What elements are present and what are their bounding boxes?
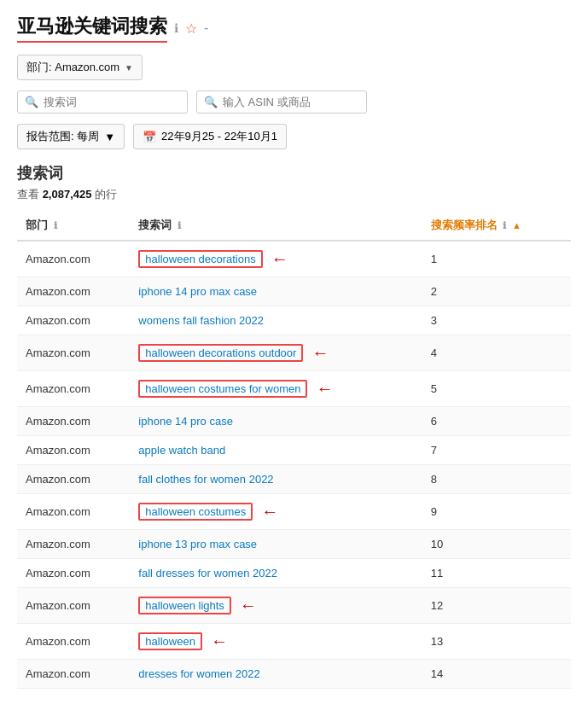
dept-cell: Amazon.com	[17, 624, 130, 660]
search-term-info-icon[interactable]: ℹ	[178, 220, 181, 230]
search-term-link[interactable]: iphone 13 pro max case	[138, 538, 257, 550]
date-range-button[interactable]: 📅 22年9月25 - 22年10月1	[133, 124, 287, 149]
dept-cell: Amazon.com	[17, 277, 130, 306]
search-term-link[interactable]: halloween decorations	[138, 250, 262, 268]
search-term-link[interactable]: halloween costumes	[138, 503, 253, 521]
asin-input[interactable]	[223, 96, 359, 108]
search-term-link[interactable]: halloween	[138, 632, 202, 650]
dept-cell: Amazon.com	[17, 241, 130, 277]
row-count: 查看 2,087,425 的行	[17, 187, 571, 202]
col-search-term: 搜索词 ℹ	[130, 211, 422, 241]
keyword-search-field[interactable]: 🔍	[17, 90, 188, 114]
search-term-cell: fall dresses for women 2022	[130, 559, 422, 588]
rank-cell: 4	[422, 335, 571, 371]
dept-cell: Amazon.com	[17, 660, 130, 689]
rank-cell: 12	[422, 588, 571, 624]
highlight-arrow-icon: ←	[240, 596, 257, 615]
highlight-arrow-icon: ←	[271, 249, 288, 269]
rank-info-icon[interactable]: ℹ	[503, 220, 506, 230]
calendar-icon: 📅	[143, 131, 156, 143]
table-row: Amazon.comhalloween costumes for women←5	[17, 371, 571, 407]
rank-cell: 1	[422, 241, 571, 277]
table-row: Amazon.comapple watch band7	[17, 436, 571, 465]
search-term-link[interactable]: iphone 14 pro case	[138, 415, 233, 428]
rank-cell: 5	[422, 371, 571, 407]
table-row: Amazon.comfall dresses for women 202211	[17, 559, 571, 588]
keyword-input[interactable]	[44, 96, 180, 108]
dept-info-icon[interactable]: ℹ	[54, 220, 57, 230]
row-count-value: 2,087,425	[43, 188, 92, 201]
search-term-cell: womens fall fashion 2022	[130, 306, 422, 335]
col-rank[interactable]: 搜索频率排名 ℹ ▲	[422, 211, 571, 241]
rank-cell: 9	[422, 494, 571, 530]
search-term-cell: halloween←	[130, 624, 422, 660]
row-count-suffix: 的行	[91, 188, 117, 201]
report-range-button[interactable]: 报告范围: 每周 ▼	[17, 124, 125, 149]
search-term-cell: halloween lights←	[130, 588, 422, 624]
rank-cell: 10	[422, 530, 571, 559]
rank-cell: 14	[422, 660, 571, 689]
col-dept: 部门 ℹ	[17, 211, 130, 241]
title-star-icon[interactable]: ☆	[185, 20, 197, 37]
highlight-arrow-icon: ←	[316, 379, 333, 399]
dept-cell: Amazon.com	[17, 407, 130, 436]
rank-cell: 7	[422, 436, 571, 465]
dept-cell: Amazon.com	[17, 465, 130, 494]
rank-cell: 11	[422, 559, 571, 588]
dept-cell: Amazon.com	[17, 588, 130, 624]
table-row: Amazon.comhalloween decorations←1	[17, 241, 571, 277]
filter-row: 报告范围: 每周 ▼ 📅 22年9月25 - 22年10月1	[17, 124, 571, 149]
search-icon: 🔍	[25, 96, 38, 108]
search-term-cell: iphone 14 pro case	[130, 407, 422, 436]
search-term-link[interactable]: apple watch band	[138, 444, 225, 457]
search-term-link[interactable]: dresses for women 2022	[138, 667, 259, 680]
table-row: Amazon.comiphone 14 pro max case2	[17, 277, 571, 306]
search-term-link[interactable]: halloween decorations outdoor	[138, 344, 303, 362]
table-row: Amazon.comiphone 13 pro max case10	[17, 530, 571, 559]
asin-search-icon: 🔍	[204, 96, 218, 108]
search-term-link[interactable]: iphone 14 pro max case	[138, 285, 257, 298]
report-range-chevron-icon: ▼	[104, 131, 115, 143]
search-term-link[interactable]: fall dresses for women 2022	[138, 567, 277, 579]
search-term-link[interactable]: halloween lights	[138, 597, 231, 614]
search-term-link[interactable]: halloween costumes for women	[138, 380, 307, 398]
title-row: 亚马逊关键词搜索 ℹ ☆ -	[17, 14, 571, 43]
page-container: 亚马逊关键词搜索 ℹ ☆ - 部门: Amazon.com ▼ 🔍 🔍 报告范围…	[0, 0, 588, 702]
search-table: 部门 ℹ 搜索词 ℹ 搜索频率排名 ℹ ▲ Amazon.comhallowee…	[17, 211, 571, 689]
title-info-icon[interactable]: ℹ	[174, 21, 178, 35]
dept-cell: Amazon.com	[17, 371, 130, 407]
rank-cell: 13	[422, 624, 571, 660]
title-dash: -	[204, 20, 208, 36]
section-title: 搜索词	[17, 163, 571, 183]
rank-cell: 2	[422, 277, 571, 306]
asin-search-field[interactable]: 🔍	[196, 90, 367, 114]
chevron-down-icon: ▼	[125, 63, 133, 73]
dept-cell: Amazon.com	[17, 306, 130, 335]
search-term-link[interactable]: womens fall fashion 2022	[138, 314, 264, 327]
dept-selector-button[interactable]: 部门: Amazon.com ▼	[17, 55, 143, 80]
search-term-cell: dresses for women 2022	[130, 660, 422, 689]
search-term-link[interactable]: fall clothes for women 2022	[138, 473, 273, 486]
search-row: 🔍 🔍	[17, 90, 571, 114]
dept-label: 部门: Amazon.com	[26, 60, 119, 75]
sort-asc-icon: ▲	[512, 220, 521, 230]
date-range-label: 22年9月25 - 22年10月1	[161, 129, 277, 144]
table-header-row: 部门 ℹ 搜索词 ℹ 搜索频率排名 ℹ ▲	[17, 211, 571, 241]
table-row: Amazon.comiphone 14 pro case6	[17, 407, 571, 436]
highlight-arrow-icon: ←	[261, 502, 278, 521]
table-row: Amazon.comdresses for women 202214	[17, 660, 571, 689]
report-range-label: 报告范围: 每周	[26, 129, 99, 144]
search-term-cell: halloween costumes←	[130, 494, 422, 530]
table-row: Amazon.comhalloween costumes←9	[17, 494, 571, 530]
dept-cell: Amazon.com	[17, 436, 130, 465]
search-term-cell: apple watch band	[130, 436, 422, 465]
page-title: 亚马逊关键词搜索	[17, 14, 167, 43]
row-count-prefix: 查看	[17, 188, 43, 201]
rank-cell: 3	[422, 306, 571, 335]
table-row: Amazon.comwomens fall fashion 20223	[17, 306, 571, 335]
highlight-arrow-icon: ←	[311, 343, 329, 363]
search-term-cell: iphone 14 pro max case	[130, 277, 422, 306]
search-term-cell: halloween decorations outdoor←	[130, 335, 422, 371]
table-row: Amazon.comhalloween lights←12	[17, 588, 571, 624]
search-term-cell: halloween costumes for women←	[130, 371, 422, 407]
